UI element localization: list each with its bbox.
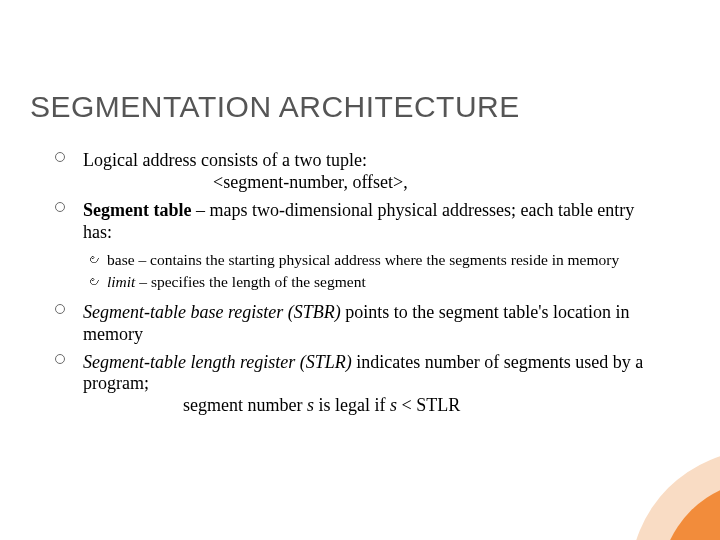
sub-bullet-text: limit – specifies the length of the segm… (107, 273, 366, 290)
circle-bullet-icon (55, 304, 65, 314)
sub-bullet-rest: – specifies the length of the segment (139, 273, 365, 290)
bullet-stlr: Segment-table length register (STLR) ind… (55, 352, 660, 418)
bullet-text: Segment-table base register (STBR) point… (83, 302, 629, 344)
swirl-bullet-icon: ౿ (87, 252, 102, 269)
sub-bullets: ౿ base – contains the starting physical … (55, 251, 660, 292)
var-s: s (390, 395, 397, 415)
circle-bullet-icon (55, 202, 65, 212)
slide-body: Logical address consists of a two tuple:… (55, 150, 660, 423)
bullet-text-line2: segment number s is legal if s < STLR (83, 395, 660, 417)
phrase-part: is legal if (319, 395, 390, 415)
slide-title: SEGMENTATION ARCHITECTURE (30, 90, 520, 124)
bullet-text: Logical address consists of a two tuple: (83, 150, 367, 170)
term-segment-table: Segment table (83, 200, 191, 220)
circle-bullet-icon (55, 152, 65, 162)
term-stlr: Segment-table length register (STLR) (83, 352, 352, 372)
bullet-stbr: Segment-table base register (STBR) point… (55, 302, 660, 346)
circle-bullet-icon (55, 354, 65, 364)
bullet-text-line2: <segment-number, offset>, (83, 172, 660, 194)
term-stbr: Segment-table base register (STBR) (83, 302, 341, 322)
phrase-part: < STLR (402, 395, 461, 415)
sub-bullet-text: base – contains the starting physical ad… (107, 251, 619, 268)
bullet-logical-address: Logical address consists of a two tuple:… (55, 150, 660, 194)
sub-bullet-base: ౿ base – contains the starting physical … (87, 251, 660, 270)
var-s: s (307, 395, 314, 415)
bullet-segment-table: Segment table – maps two-dimensional phy… (55, 200, 660, 244)
phrase-part: segment number (183, 395, 307, 415)
bullet-text: Segment table – maps two-dimensional phy… (83, 200, 634, 242)
swirl-bullet-icon: ౿ (87, 274, 102, 291)
term-limit: limit (107, 273, 135, 290)
sub-bullet-limit: ౿ limit – specifies the length of the se… (87, 273, 660, 292)
bullet-text: Segment-table length register (STLR) ind… (83, 352, 643, 394)
